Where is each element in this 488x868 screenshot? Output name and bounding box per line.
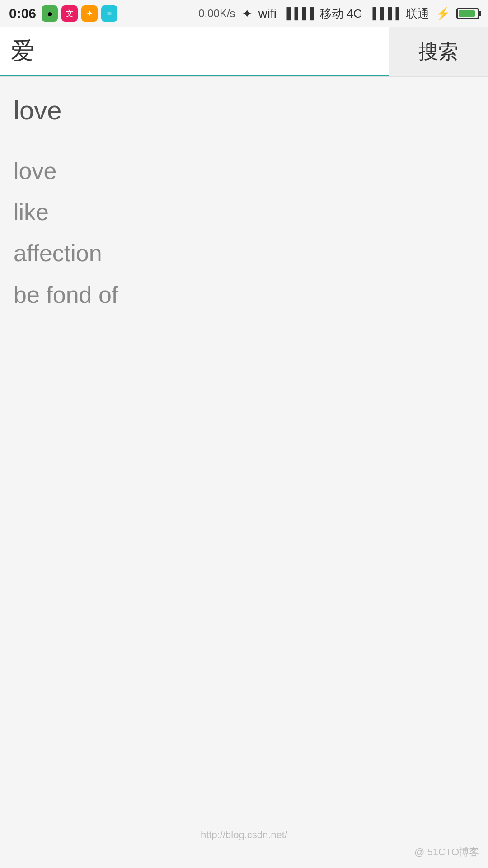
status-bar: 0:06 ● 文 ✦ ≡ 0.00K/s ✦ wifi ▐▐▐▐ 移动 4G ▐…	[0, 0, 488, 27]
corner-watermark: @ 51CTO博客	[414, 845, 479, 859]
signal2-icon: ▐▐▐▐	[369, 7, 399, 20]
app-icon-4: ≡	[101, 5, 117, 22]
status-right: 0.00K/s ✦ wifi ▐▐▐▐ 移动 4G ▐▐▐▐ 联通 ⚡	[198, 6, 479, 22]
carrier2-label: 联通	[406, 6, 429, 22]
status-left: 0:06 ● 文 ✦ ≡	[9, 5, 117, 22]
app-icon-1: ●	[42, 5, 58, 22]
sub-results-section: love like affection be fond of	[0, 152, 488, 314]
list-item: affection	[14, 235, 474, 272]
main-translation: love	[14, 95, 474, 125]
search-button[interactable]: 搜索	[389, 27, 488, 76]
list-item: be fond of	[14, 276, 474, 314]
footer-watermark: http://blog.csdn.net/	[201, 829, 287, 841]
app-icon-3: ✦	[81, 5, 98, 22]
signal1-icon: ▐▐▐▐	[283, 7, 314, 20]
list-item: love	[14, 152, 474, 190]
network-speed: 0.00K/s	[198, 7, 235, 20]
battery-icon	[456, 8, 479, 19]
list-item: like	[14, 193, 474, 231]
main-result-section: love	[0, 77, 488, 152]
search-bar: 搜索	[0, 27, 488, 77]
charge-icon: ⚡	[436, 7, 450, 21]
search-input-wrapper[interactable]	[0, 27, 389, 76]
battery-fill	[459, 10, 475, 17]
carrier1-label: 移动 4G	[320, 6, 362, 22]
wifi-icon: wifi	[258, 6, 277, 21]
app-icon-2: 文	[61, 5, 78, 22]
status-time: 0:06	[9, 6, 36, 21]
status-app-icons: ● 文 ✦ ≡	[42, 5, 117, 22]
bluetooth-icon: ✦	[242, 6, 252, 21]
search-input[interactable]	[11, 38, 378, 65]
